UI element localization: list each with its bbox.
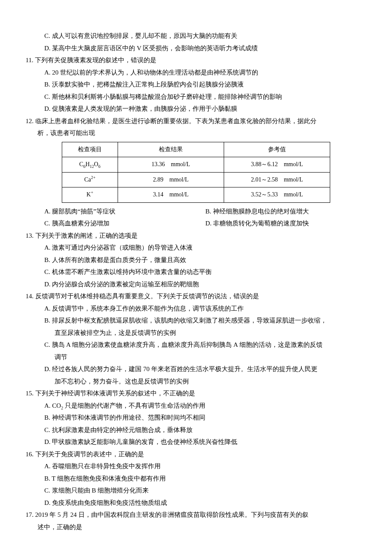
question-17: 17. 2019 年 5 月 24 日，由中国农科院自主研发的非洲猪瘟疫苗取得阶… [26,509,366,533]
q14-option-a: A. 反馈调节中，系统本身工作的效果不能作为信息，调节该系统的工作 [26,303,366,315]
q12-options-row2: C. 胰高血糖素分泌增加 D. 非糖物质转化为葡萄糖的速度加快 [26,217,366,230]
th-result: 检查结果 [118,142,224,157]
q12-table: 检查项目 检查结果 参考值 C6H12O6 13.36 mmol/L 3.88～… [62,142,330,203]
q12-option-d: D. 非糖物质转化为葡萄糖的速度加快 [205,217,366,230]
table-row: Ca2+ 2.89 mmol/L 2.01～2.58 mmol/L [62,172,330,187]
q15-stem: 15. 下列关于神经调节和体液调节关系的叙述中，不正确的是 [26,387,366,400]
th-item: 检查项目 [62,142,118,157]
q15-option-a: A. CO2 只是细胞的代谢产物，不具有调节生命活动的作用 [26,400,366,412]
question-14: 14. 反馈调节对于机体维持稳态具有重要意义。下列关于反馈调节的说法，错误的是 … [26,290,366,387]
q10-option-c: C. 成人可以有意识地控制排尿，婴儿却不能，原因与大脑的功能有关 [26,30,366,42]
q12-options-row1: A. 腿部肌肉“抽筋”等症状 B. 神经细胞膜静息电位的绝对值增大 [26,205,366,218]
q14-option-d-line1: D. 经过各族人民的努力奋斗，建国 70 年来老百姓的生活水平极大提升。生活水平… [26,363,366,375]
q16-option-b: B. T 细胞在细胞免疫和体液免疫中都有作用 [26,472,366,485]
q16-option-c: C. 浆细胞只能由 B 细胞增殖分化而来 [26,484,366,497]
q15-option-b: B. 神经调节和体液调节的作用途径、范围和时间均不相同 [26,412,366,424]
question-15: 15. 下列关于神经调节和体液调节关系的叙述中，不正确的是 A. CO2 只是细… [26,387,366,448]
q14-option-c-line2: 调节 [26,351,366,363]
cell-ref: 2.01～2.58 mmol/L [224,172,330,187]
q16-option-d: D. 免疫系统由免疫细胞和免疫活性物质组成 [26,497,366,509]
q12-option-b: B. 神经细胞膜静息电位的绝对值增大 [205,205,366,218]
q12-stem-line2: 析，该患者可能出现 [26,127,366,139]
q16-stem: 16. 下列关于免疫调节的表述中，正确的是 [26,448,366,461]
question-11: 11. 下列有关促胰液素发现的叙述中，错误的是 A. 20 世纪以前的学术界认为… [26,54,366,115]
q13-option-c: C. 机体需不断产生激素以维持内环境中激素含量的动态平衡 [26,266,366,278]
table-header-row: 检查项目 检查结果 参考值 [62,142,330,157]
question-12: 12. 临床上患者血样化验结果，是医生进行诊断的重要依据。下表为某患者血浆化验的… [26,115,366,230]
cell-result: 13.36 mmol/L [118,157,224,173]
q11-option-c: C. 斯他林和贝利斯将小肠黏膜与稀盐酸混合加砂子磨碎处理，能排除神经调节的影响 [26,91,366,103]
cell-item: Ca2+ [62,172,118,187]
q14-option-b-line2: 直至尿液被排空为止，这是反馈调节的实例 [26,327,366,339]
q11-stem: 11. 下列有关促胰液素发现的叙述中，错误的是 [26,54,366,66]
q17-stem-line2: 述中，正确的是 [26,521,366,533]
q12-option-a: A. 腿部肌肉“抽筋”等症状 [44,205,205,218]
q15-option-c: C. 抗利尿激素是由特定的神经元细胞合成，垂体释放 [26,424,366,436]
table-row: C6H12O6 13.36 mmol/L 3.88～6.12 mmol/L [62,157,330,173]
q15-option-d: D. 甲状腺激素缺乏能影响儿童脑的发育，也会使神经系统兴奋性降低 [26,436,366,448]
cell-result: 3.14 mmol/L [118,187,224,203]
q14-stem: 14. 反馈调节对于机体维持稳态具有重要意义。下列关于反馈调节的说法，错误的是 [26,290,366,303]
question-13: 13. 下列关于激素的阐述，正确的选项是 A. 激素可通过内分泌器官（或细胞）的… [26,230,366,291]
question-16: 16. 下列关于免疫调节的表述中，正确的是 A. 吞噬细胞只在非特异性免疫中发挥… [26,448,366,509]
cell-ref: 3.52～5.33 mmol/L [224,187,330,203]
q11-option-d: D. 促胰液素是人类发现的第一种激素，由胰腺分泌，作用于小肠黏膜 [26,103,366,115]
q12-option-c: C. 胰高血糖素分泌增加 [44,217,205,230]
q11-option-a: A. 20 世纪以前的学术界认为，人和动物体的生理活动都是由神经系统调节的 [26,66,366,79]
cell-item: K+ [62,187,118,203]
q14-option-d-line2: 加不忘初心，努力奋斗。这也是反馈调节的实例 [26,375,366,388]
table-row: K+ 3.14 mmol/L 3.52～5.33 mmol/L [62,187,330,203]
q13-option-a: A. 激素可通过内分泌器官（或细胞）的导管进入体液 [26,242,366,254]
q14-option-c-line1: C. 胰岛 A 细胞分泌激素使血糖浓度升高，血糖浓度升高后抑制胰岛 A 细胞的活… [26,339,366,351]
q13-option-d: D. 内分泌腺合成分泌的激素被定向运输至相应的靶细胞 [26,278,366,291]
q14-option-b-line1: B. 排尿反射中枢支配膀胱逼尿肌收缩，该肌肉的收缩又刺激了相关感受器，导致逼尿肌… [26,314,366,327]
q10-option-d: D. 某高中生大脑皮层言语区中的 V 区受损伤，会影响他的英语听力考试成绩 [26,42,366,55]
q13-stem: 13. 下列关于激素的阐述，正确的选项是 [26,230,366,242]
th-ref: 参考值 [224,142,330,157]
q11-option-b: B. 沃泰默实验中，把稀盐酸注入正常狗上段肠腔内会引起胰腺分泌胰液 [26,78,366,91]
q17-stem-line1: 17. 2019 年 5 月 24 日，由中国农科院自主研发的非洲猪瘟疫苗取得阶… [26,509,366,521]
cell-ref: 3.88～6.12 mmol/L [224,157,330,173]
cell-item: C6H12O6 [62,157,118,173]
question-10-partial: C. 成人可以有意识地控制排尿，婴儿却不能，原因与大脑的功能有关 D. 某高中生… [26,30,366,54]
q13-option-b: B. 人体所有的激素都是蛋白质类分子，微量且高效 [26,254,366,266]
q16-option-a: A. 吞噬细胞只在非特异性免疫中发挥作用 [26,460,366,472]
q12-stem-line1: 12. 临床上患者血样化验结果，是医生进行诊断的重要依据。下表为某患者血浆化验的… [26,115,366,127]
cell-result: 2.89 mmol/L [118,172,224,187]
